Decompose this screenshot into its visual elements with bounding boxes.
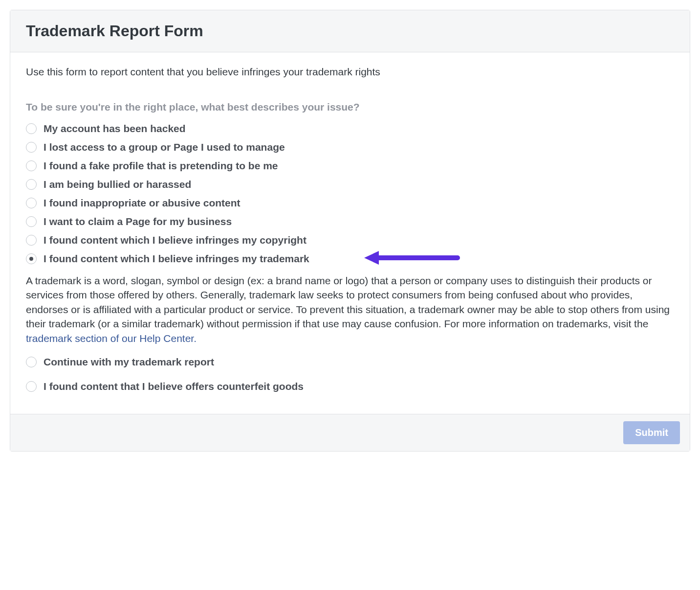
page-title: Trademark Report Form: [26, 22, 674, 40]
radio-icon[interactable]: [26, 381, 37, 392]
panel-footer: Submit: [10, 414, 690, 451]
option-lost-access[interactable]: I lost access to a group or Page I used …: [26, 141, 674, 153]
submit-button[interactable]: Submit: [623, 421, 680, 444]
pointer-arrow-icon: [362, 250, 460, 268]
question-text: To be sure you're in the right place, wh…: [26, 101, 674, 113]
radio-icon[interactable]: [26, 216, 37, 227]
trademark-explanation: A trademark is a word, slogan, symbol or…: [26, 273, 674, 345]
radio-icon[interactable]: [26, 357, 37, 367]
radio-label: I found content which I believe infringe…: [44, 234, 306, 246]
radio-label: I lost access to a group or Page I used …: [44, 141, 285, 153]
option-inappropriate-content[interactable]: I found inappropriate or abusive content: [26, 197, 674, 209]
suboption-continue-report[interactable]: Continue with my trademark report: [26, 356, 674, 368]
radio-label: I found content that I believe offers co…: [44, 381, 304, 392]
explain-body: A trademark is a word, slogan, symbol or…: [26, 275, 670, 329]
form-panel: Trademark Report Form Use this form to r…: [10, 10, 690, 452]
panel-body: Use this form to report content that you…: [10, 52, 690, 414]
radio-label: I found content which I believe infringe…: [44, 253, 309, 265]
option-claim-page[interactable]: I want to claim a Page for my business: [26, 216, 674, 227]
radio-label: Continue with my trademark report: [44, 356, 214, 368]
radio-icon[interactable]: [26, 123, 37, 134]
help-center-link[interactable]: trademark section of our Help Center.: [26, 333, 197, 344]
radio-icon[interactable]: [26, 142, 37, 153]
svg-marker-1: [364, 251, 379, 265]
panel-header: Trademark Report Form: [10, 10, 690, 52]
option-trademark[interactable]: I found content which I believe infringe…: [26, 253, 674, 265]
suboption-counterfeit-goods[interactable]: I found content that I believe offers co…: [26, 381, 674, 392]
radio-icon[interactable]: [26, 198, 37, 208]
radio-label: I found a fake profile that is pretendin…: [44, 160, 278, 172]
option-fake-profile[interactable]: I found a fake profile that is pretendin…: [26, 160, 674, 172]
option-bullied[interactable]: I am being bullied or harassed: [26, 179, 674, 190]
option-copyright[interactable]: I found content which I believe infringe…: [26, 234, 674, 246]
radio-label: My account has been hacked: [44, 123, 186, 135]
radio-icon[interactable]: [26, 235, 37, 246]
radio-label: I want to claim a Page for my business: [44, 216, 232, 227]
radio-icon[interactable]: [26, 160, 37, 171]
intro-text: Use this form to report content that you…: [26, 66, 674, 78]
radio-label: I found inappropriate or abusive content: [44, 197, 241, 209]
option-account-hacked[interactable]: My account has been hacked: [26, 123, 674, 135]
radio-icon[interactable]: [26, 179, 37, 190]
radio-label: I am being bullied or harassed: [44, 179, 191, 190]
radio-icon[interactable]: [26, 253, 37, 264]
